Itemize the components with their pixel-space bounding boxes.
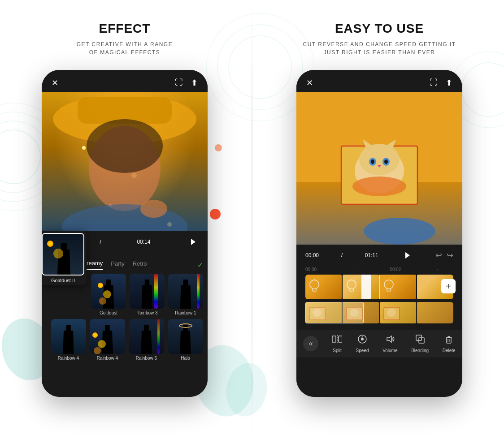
tab-retro[interactable]: Retro — [133, 260, 147, 270]
time-total-right: 01:11 — [365, 252, 378, 258]
phone-header-right: ✕ ⛶ ⬆ — [296, 70, 462, 92]
back-double-button[interactable]: « — [303, 336, 318, 351]
svg-rect-57 — [448, 336, 450, 338]
fullscreen-icon[interactable]: ⛶ — [175, 78, 183, 88]
selected-effect-label: Golddust II — [42, 278, 84, 283]
svg-point-34 — [310, 280, 319, 289]
split-icon — [332, 334, 342, 346]
tab-confirm-icon[interactable]: ✓ — [197, 261, 203, 269]
selected-effect-popup[interactable]: Golddust II — [42, 231, 87, 285]
phone-mockup-right: ✕ ⛶ ⬆ — [296, 70, 462, 397]
effect-rainbow4b[interactable]: Rainbow 4 — [90, 319, 125, 361]
close-icon[interactable]: ✕ — [52, 78, 58, 88]
timeline-cell — [343, 275, 379, 299]
phone-mockup-left: ✕ ⛶ ⬆ — [42, 70, 208, 397]
plus-icon: + — [446, 281, 451, 292]
effect-rainbow5[interactable]: Rainbow 5 — [129, 319, 164, 361]
left-panel: EFFECT GET CREATIVE WITH A RANGE OF MAGI… — [0, 0, 249, 439]
back-double-icon: « — [309, 340, 313, 348]
volume-icon — [385, 334, 395, 346]
effect-label: Rainbow 5 — [136, 356, 157, 361]
effect-golddust[interactable]: Golddust — [91, 274, 126, 315]
svg-point-19 — [140, 200, 167, 218]
timeline-controls-right: 00:00 / 01:11 ↩ ↪ 00:00 — [296, 245, 462, 330]
svg-point-31 — [384, 159, 388, 164]
selected-effect-thumb — [42, 233, 84, 275]
svg-point-18 — [62, 204, 187, 231]
svg-point-30 — [371, 159, 374, 164]
svg-marker-52 — [387, 336, 391, 342]
panel-divider — [252, 0, 252, 439]
svg-point-39 — [384, 280, 393, 289]
redo-icon[interactable]: ↪ — [447, 250, 453, 260]
phone-header-left: ✕ ⛶ ⬆ — [42, 70, 208, 92]
speed-icon — [357, 334, 367, 346]
share-icon-right[interactable]: ⬆ — [446, 78, 452, 88]
play-button-left[interactable] — [186, 236, 199, 248]
time-separator: / — [100, 239, 101, 245]
bottom-toolbar-right: « Split Speed — [296, 330, 462, 357]
effects-grid: Golddust Rainbow 3 — [42, 270, 208, 369]
video-content-right — [296, 92, 462, 245]
left-panel-title: EFFECT — [99, 22, 151, 36]
delete-icon — [444, 334, 454, 346]
effect-label: Rainbow 1 — [175, 310, 196, 315]
timeline-cell — [305, 275, 342, 299]
effect-label: Halo — [181, 356, 190, 361]
svg-rect-47 — [332, 336, 336, 342]
share-icon[interactable]: ⬆ — [191, 78, 198, 88]
effect-label: Rainbow 3 — [136, 310, 157, 315]
time-separator-right: / — [341, 252, 343, 258]
timeline-cell — [380, 275, 416, 299]
secondary-track-selection[interactable] — [305, 302, 364, 323]
volume-button[interactable]: Volume — [382, 334, 397, 353]
time-total: 00:14 — [137, 239, 150, 245]
fullscreen-icon-right[interactable]: ⛶ — [430, 78, 438, 88]
split-button[interactable]: Split — [332, 334, 342, 353]
close-icon-right[interactable]: ✕ — [306, 78, 313, 88]
effect-label: Golddust — [100, 310, 117, 315]
svg-point-33 — [352, 176, 406, 196]
time-display-right: 00:00 — [305, 252, 319, 258]
timeline-cell-small — [380, 302, 416, 323]
undo-icon[interactable]: ↩ — [435, 250, 442, 260]
effect-label: Rainbow 4 — [97, 356, 118, 361]
tab-party[interactable]: Party — [111, 260, 124, 270]
right-panel: EASY TO USE CUT REVERSE AND CHANGE SPEED… — [255, 0, 504, 439]
effect-label: Rainbow 4 — [58, 356, 79, 361]
speed-label: Speed — [356, 348, 369, 353]
svg-point-46 — [387, 309, 396, 317]
svg-rect-38 — [350, 289, 353, 291]
svg-rect-48 — [339, 336, 342, 342]
delete-label: Delete — [443, 348, 456, 353]
left-panel-subtitle: GET CREATIVE WITH A RANGE OF MAGICAL EFF… — [77, 40, 173, 56]
speed-button[interactable]: Speed — [356, 334, 369, 353]
blending-button[interactable]: Blending — [411, 334, 429, 353]
split-label: Split — [333, 348, 341, 353]
add-clip-button[interactable]: + — [441, 279, 456, 293]
blending-label: Blending — [411, 348, 429, 353]
blending-icon — [415, 334, 425, 346]
right-panel-subtitle: CUT REVERSE AND CHANGE SPEED GETTING IT … — [303, 40, 456, 56]
video-content — [42, 92, 208, 231]
effect-rainbow4a[interactable]: Rainbow 4 — [51, 319, 86, 361]
secondary-timeline-track — [305, 302, 453, 323]
effect-halo[interactable]: Halo — [168, 319, 203, 361]
svg-rect-55 — [447, 338, 451, 343]
timeline-cell-small — [417, 302, 453, 323]
effect-rainbow1[interactable]: Rainbow 1 — [168, 274, 203, 315]
play-button-right[interactable] — [400, 249, 413, 262]
video-preview-right — [296, 92, 462, 245]
svg-point-25 — [359, 144, 400, 175]
volume-label: Volume — [382, 348, 397, 353]
svg-rect-35 — [313, 289, 316, 291]
timeline-handle[interactable] — [361, 275, 371, 299]
svg-point-51 — [361, 338, 364, 340]
main-timeline-track: + — [305, 275, 453, 299]
svg-point-17 — [87, 119, 163, 173]
effect-rainbow3[interactable]: Rainbow 3 — [130, 274, 165, 315]
right-panel-title: EASY TO USE — [335, 22, 424, 36]
delete-button[interactable]: Delete — [443, 334, 456, 353]
svg-point-22 — [364, 218, 435, 245]
time-row-right: 00:00 / 01:11 ↩ ↪ — [305, 249, 453, 262]
